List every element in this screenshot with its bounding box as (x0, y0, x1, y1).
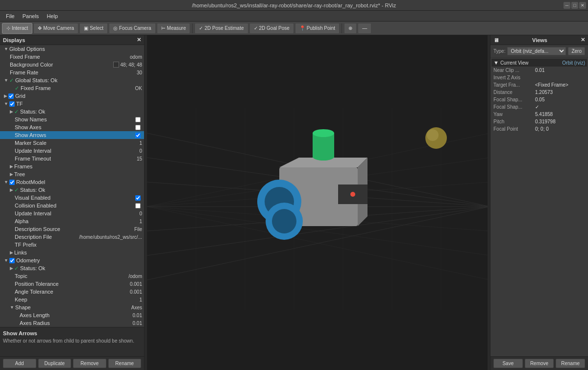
tf-status-row[interactable]: ▶ ✓ Status: Ok (0, 108, 144, 116)
close-button[interactable]: ✕ (579, 2, 586, 9)
distance-row[interactable]: Distance 1.20573 (491, 89, 587, 96)
views-type-select[interactable]: Orbit (rviz_defa... (507, 47, 566, 55)
displays-close-button[interactable]: ✕ (137, 37, 141, 43)
pitch-row[interactable]: Pitch 0.319798 (491, 118, 587, 125)
2d-pose-estimate-button[interactable]: ✓ 2D Pose Estimate (195, 23, 248, 34)
focal-point-row[interactable]: Focal Point 0; 0; 0 (491, 125, 587, 133)
collision-enabled-checkbox[interactable] (135, 203, 141, 208)
tf-checkbox[interactable] (9, 101, 15, 107)
alpha-row[interactable]: Alpha 1 (0, 217, 144, 225)
links-row[interactable]: ▶ Links (0, 249, 144, 256)
focal-shape1-label: Focal Shap... (493, 97, 535, 102)
global-options-row[interactable]: ▼ Global Options (0, 45, 144, 53)
axes-length-row[interactable]: Axes Length 0.01 (0, 311, 144, 319)
add-button[interactable]: Add (3, 359, 36, 368)
collision-enabled-row[interactable]: Collision Enabled (0, 202, 144, 209)
odo-status-arrow: ▶ (10, 266, 13, 271)
extra-button[interactable]: ⊕ (344, 23, 357, 34)
update-interval2-row[interactable]: Update Interval 0 (0, 209, 144, 217)
views-zero-button[interactable]: Zero (568, 47, 585, 55)
publish-point-button[interactable]: 📍 Publish Point (295, 23, 340, 34)
interact-button[interactable]: ⊹ Interact (2, 23, 32, 34)
invert-z-row[interactable]: Invert Z Axis (491, 74, 587, 81)
minus-button[interactable]: — (358, 23, 371, 34)
rename-button[interactable]: Rename (108, 359, 142, 368)
axes-radius-row[interactable]: Axes Radius 0.01 (0, 319, 144, 327)
minimize-button[interactable]: ─ (564, 2, 570, 9)
show-names-row[interactable]: Show Names (0, 116, 144, 123)
move-camera-button[interactable]: ✥ Move Camera (33, 23, 78, 34)
show-axes-checkbox[interactable] (135, 125, 141, 130)
show-names-checkbox[interactable] (135, 117, 141, 122)
keep-row[interactable]: Keep 1 (0, 296, 144, 303)
visual-enabled-checkbox[interactable] (135, 195, 141, 201)
robot-model-row[interactable]: ▼ RobotModel (0, 178, 144, 186)
select-button[interactable]: ▣ Select (79, 23, 108, 34)
yaw-row[interactable]: Yaw 5.41858 (491, 111, 587, 118)
marker-scale-row[interactable]: Marker Scale 1 (0, 139, 144, 147)
duplicate-button[interactable]: Duplicate (38, 359, 72, 368)
tf-row[interactable]: ▼ TF (0, 100, 144, 108)
focal-shape1-row[interactable]: Focal Shap... 0.05 (491, 96, 587, 103)
menubar: File Panels Help (0, 11, 588, 22)
fixed-frame-row[interactable]: Fixed Frame odom (0, 53, 144, 61)
global-status-row[interactable]: ▼ ✓ Global Status: Ok (0, 76, 144, 84)
show-arrows-row[interactable]: Show Arrows (0, 131, 144, 139)
topic-row[interactable]: Topic /odom (0, 272, 144, 280)
robot-wheel-front-left-inner (272, 209, 296, 233)
position-tolerance-row[interactable]: Position Tolerance 0.001 (0, 280, 144, 288)
menu-file[interactable]: File (2, 12, 19, 20)
alpha-label: Alpha (15, 218, 139, 224)
odo-status-row[interactable]: ▶ ✓ Status: Ok (0, 264, 144, 272)
focal-shape2-row[interactable]: Focal Shap... ✓ (491, 103, 587, 111)
3d-viewport[interactable] (147, 35, 488, 370)
views-save-button[interactable]: Save (493, 359, 523, 368)
views-remove-button[interactable]: Remove (525, 359, 554, 368)
grid-checkbox[interactable] (8, 93, 14, 99)
remove-button[interactable]: Remove (73, 359, 106, 368)
visual-enabled-row[interactable]: Visual Enabled (0, 194, 144, 202)
tf-status-arrow: ▶ (10, 109, 13, 114)
robot-model-checkbox[interactable] (9, 180, 15, 185)
grid-label: Grid (15, 93, 142, 99)
show-arrows-checkbox[interactable] (135, 133, 141, 138)
global-status-arrow: ▼ (4, 78, 8, 83)
robot-status-row[interactable]: ▶ ✓ Status: Ok (0, 186, 144, 194)
invert-z-label: Invert Z Axis (493, 75, 535, 80)
frame-timeout-row[interactable]: Frame Timeout 15 (0, 155, 144, 162)
links-arrow: ▶ (10, 250, 13, 255)
2d-goal-pose-button[interactable]: ✓ 2D Goal Pose (249, 23, 294, 34)
maximize-button[interactable]: □ (571, 2, 578, 9)
description-file-value: /home/ubuntu/ros2_ws/src/... (79, 234, 142, 240)
axes-radius-label: Axes Radius (20, 320, 133, 326)
update-interval-row[interactable]: Update Interval 0 (0, 147, 144, 155)
grid-row[interactable]: ▶ Grid (0, 92, 144, 100)
tf-prefix-row[interactable]: TF Prefix (0, 241, 144, 249)
show-axes-row[interactable]: Show Axes (0, 123, 144, 131)
current-view-header[interactable]: ▼ Current View Orbit (rviz) (491, 59, 587, 67)
views-close-button[interactable]: ✕ (581, 37, 585, 43)
fixed-frame-status-row[interactable]: ✓ Fixed Frame OK (0, 84, 144, 92)
description-file-row[interactable]: Description File /home/ubuntu/ros2_ws/sr… (0, 233, 144, 241)
target-frame-row[interactable]: Target Fra... <Fixed Frame> (491, 81, 587, 89)
angle-tolerance-row[interactable]: Angle Tolerance 0.001 (0, 288, 144, 296)
near-clip-row[interactable]: Near Clip ... 0.01 (491, 67, 587, 74)
description-source-row[interactable]: Description Source File (0, 225, 144, 233)
frame-rate-row[interactable]: Frame Rate 30 (0, 69, 144, 76)
focus-camera-button[interactable]: ◎ Focus Camera (109, 23, 156, 34)
menu-panels[interactable]: Panels (19, 12, 43, 20)
odometry-row[interactable]: ▼ Odometry (0, 256, 144, 264)
measure-button[interactable]: ⊢ Measure (157, 23, 191, 34)
frames-row[interactable]: ▶ Frames (0, 162, 144, 170)
update-interval2-value: 0 (139, 211, 142, 216)
shape-row[interactable]: ▼ Shape Axes (0, 303, 144, 311)
odo-status-check: ✓ (14, 265, 19, 272)
background-color-row[interactable]: Background Color 48; 48; 48 (0, 61, 144, 69)
tree-row[interactable]: ▶ Tree (0, 170, 144, 178)
keep-value: 1 (139, 297, 142, 302)
views-rename-button[interactable]: Rename (556, 359, 585, 368)
global-options-arrow: ▼ (4, 46, 8, 51)
odometry-checkbox[interactable] (9, 258, 15, 263)
displays-title: Displays (3, 37, 25, 43)
menu-help[interactable]: Help (43, 12, 62, 20)
